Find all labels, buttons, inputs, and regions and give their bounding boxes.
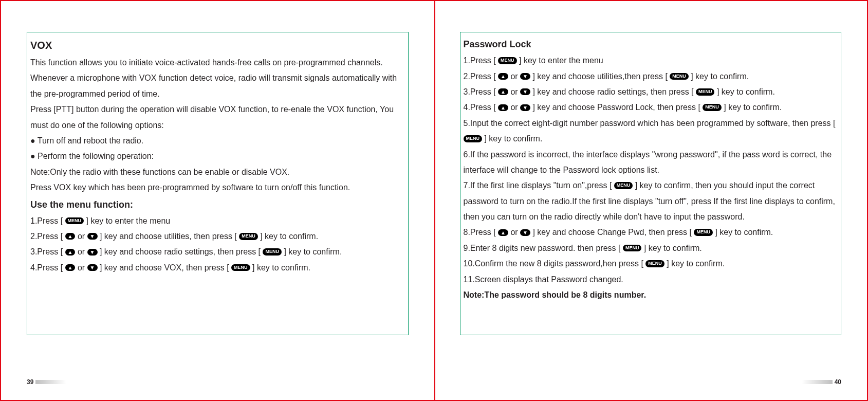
text: ] key and choose radio settings, then pr… — [530, 87, 696, 96]
menu-key-icon: MENU — [694, 229, 713, 236]
vox-bullet-2: ● Perform the following operation: — [30, 149, 405, 164]
text: or — [75, 232, 87, 241]
right-content-box: Password Lock 1.Press [ MENU ] key to en… — [460, 32, 842, 335]
down-arrow-icon: ▼ — [520, 88, 530, 95]
text: ] key to enter the menu — [84, 216, 170, 225]
vox-heading: VOX — [30, 35, 405, 55]
text: ] key to enter the menu — [517, 56, 603, 65]
right-step-2: 2.Press [ ▲ or ▼ ] key and choose utilit… — [464, 69, 838, 84]
text: 7.If the first line displays "turn on",p… — [464, 181, 614, 190]
down-arrow-icon: ▼ — [87, 249, 98, 256]
menu-key-icon: MENU — [239, 233, 258, 240]
page-number-right: 40 — [802, 378, 841, 386]
text: ] key to confirm. — [722, 103, 782, 112]
text: ] key and choose utilities, then press [ — [98, 232, 239, 241]
text: 5.Input the correct eight-digit number p… — [464, 119, 836, 127]
menu-key-icon: MENU — [623, 245, 642, 252]
text: ] key to confirm. — [664, 259, 725, 268]
up-arrow-icon: ▲ — [498, 104, 508, 111]
text: ] key to confirm. — [689, 72, 749, 81]
vox-desc-3: Press VOX key which has been pre-program… — [30, 180, 405, 195]
text: 10.Confirm the new 8 digits password,hen… — [464, 259, 646, 268]
text: 2.Press [ — [464, 72, 498, 81]
text: or — [508, 72, 520, 81]
menu-key-icon: MENU — [645, 260, 664, 267]
menu-key-icon: MENU — [498, 57, 517, 64]
menu-key-icon: MENU — [231, 264, 250, 271]
vox-desc-1: This function allows you to initiate voi… — [30, 55, 405, 102]
text: 1.Press [ — [464, 56, 498, 65]
text: ] key to confirm. — [282, 247, 342, 256]
text: ] key to confirm. — [641, 244, 701, 252]
up-arrow-icon: ▲ — [498, 88, 508, 95]
up-arrow-icon: ▲ — [498, 73, 508, 80]
menu-key-icon: MENU — [263, 248, 282, 256]
text: 4.Press [ — [30, 263, 65, 272]
text: ] key to confirm. — [714, 87, 774, 96]
left-step-3: 3.Press [ ▲ or ▼ ] key and choose radio … — [30, 244, 405, 260]
text: 3.Press [ — [464, 87, 498, 96]
menu-key-icon: MENU — [670, 73, 689, 80]
vox-bullet-1: ● Turn off and reboot the radio. — [30, 133, 405, 149]
down-arrow-icon: ▼ — [87, 233, 98, 240]
down-arrow-icon: ▼ — [520, 104, 530, 111]
up-arrow-icon: ▲ — [65, 233, 76, 240]
left-step-2: 2.Press [ ▲ or ▼ ] key and choose utilit… — [30, 229, 405, 244]
document-spread: VOX This function allows you to initiate… — [0, 0, 868, 401]
text: ] key and choose Change Pwd, then press … — [530, 228, 694, 236]
text: ] key and choose VOX, then press [ — [98, 263, 232, 272]
text: or — [75, 263, 87, 272]
left-step-4: 4.Press [ ▲ or ▼ ] key and choose VOX, t… — [30, 260, 405, 276]
text: 4.Press [ — [464, 103, 498, 112]
text: ] key to confirm. — [258, 232, 318, 241]
text: ] key and choose utilities,then press [ — [530, 72, 670, 81]
vox-note: Note:Only the radio with these functions… — [30, 165, 405, 180]
right-step-4: 4.Press [ ▲ or ▼ ] key and choose Passwo… — [464, 100, 838, 115]
text: 2.Press [ — [30, 232, 65, 241]
down-arrow-icon: ▼ — [520, 73, 530, 80]
right-note: Note:The password should be 8 digits num… — [464, 287, 838, 303]
page-number-left: 39 — [27, 378, 66, 386]
text: or — [508, 87, 520, 96]
right-step-3: 3.Press [ ▲ or ▼ ] key and choose radio … — [464, 84, 838, 100]
right-step-11: 11.Screen displays that Password changed… — [464, 272, 838, 287]
text: ] key and choose radio settings, then pr… — [98, 247, 263, 256]
menu-function-heading: Use the menu function: — [30, 196, 405, 213]
text: 9.Enter 8 digits new password. then pres… — [464, 244, 623, 252]
footer-gradient-icon — [802, 380, 833, 384]
page-right: Password Lock 1.Press [ MENU ] key to en… — [434, 1, 867, 400]
menu-key-icon: MENU — [464, 135, 483, 142]
page-left: VOX This function allows you to initiate… — [1, 1, 434, 400]
menu-key-icon: MENU — [703, 104, 722, 111]
text: 1.Press [ — [30, 216, 65, 225]
right-step-7: 7.If the first line displays "turn on",p… — [464, 178, 838, 225]
text: or — [508, 103, 520, 112]
menu-key-icon: MENU — [65, 217, 84, 225]
right-step-10: 10.Confirm the new 8 digits password,hen… — [464, 256, 838, 271]
vox-desc-2: Press [PTT] button during the operation … — [30, 102, 405, 133]
menu-key-icon: MENU — [614, 182, 633, 189]
right-step-6: 6.If the password is incorrect, the inte… — [464, 147, 838, 178]
text: or — [75, 247, 87, 256]
text: ] key to confirm. — [482, 134, 542, 143]
text: 8.Press [ — [464, 228, 498, 236]
text: ] key and choose Password Lock, then pre… — [530, 103, 703, 112]
up-arrow-icon: ▲ — [65, 264, 76, 271]
down-arrow-icon: ▼ — [520, 229, 530, 236]
down-arrow-icon: ▼ — [87, 264, 98, 271]
left-step-1: 1.Press [ MENU ] key to enter the menu — [30, 213, 405, 229]
text: ] key to confirm. — [250, 263, 310, 272]
text: 3.Press [ — [30, 247, 65, 256]
page-num: 40 — [835, 378, 841, 386]
text: or — [508, 228, 520, 236]
password-lock-heading: Password Lock — [464, 35, 838, 53]
page-num: 39 — [27, 378, 33, 386]
left-content-box: VOX This function allows you to initiate… — [27, 32, 409, 335]
right-step-1: 1.Press [ MENU ] key to enter the menu — [464, 53, 838, 68]
right-step-5: 5.Input the correct eight-digit number p… — [464, 116, 838, 147]
up-arrow-icon: ▲ — [498, 229, 508, 236]
right-step-8: 8.Press [ ▲ or ▼ ] key and choose Change… — [464, 225, 838, 240]
footer-gradient-icon — [35, 380, 66, 384]
text: ] key to confirm. — [713, 228, 773, 236]
menu-key-icon: MENU — [696, 88, 715, 96]
